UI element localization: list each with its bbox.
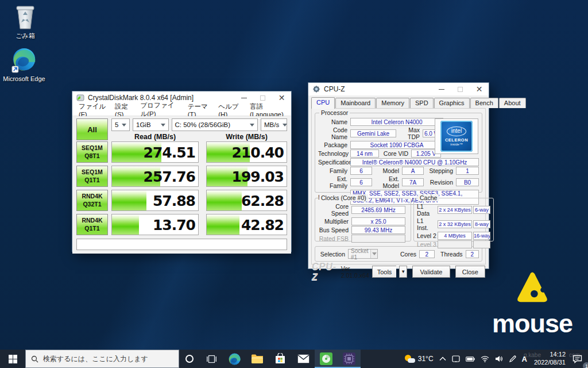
cpuz-tab-bench[interactable]: Bench	[470, 98, 498, 108]
tray-network-button[interactable]	[478, 350, 492, 368]
system-tray: 31°C	[402, 350, 588, 368]
notification-icon	[572, 355, 582, 363]
cpuz-tab-cpu[interactable]: CPU	[311, 97, 335, 109]
tools-button[interactable]: Tools	[372, 266, 396, 278]
cpuz-tab-memory[interactable]: Memory	[376, 98, 409, 108]
cpuz-app-icon	[312, 85, 320, 93]
selection-row: Selection Socket #1 Cores 2 Threads 2	[315, 246, 482, 262]
taskbar-search-input[interactable]: 検索するには、ここに入力します	[25, 350, 179, 368]
l1-inst-way-field: 8-way	[473, 220, 490, 228]
desktop: ごみ箱 Microsoft Edge mouse	[0, 0, 588, 368]
code-name-field: Gemini Lake	[350, 129, 396, 137]
tray-display-button[interactable]	[449, 350, 463, 368]
search-placeholder: 検索するには、ここに入力します	[43, 354, 148, 364]
tray-overflow-button[interactable]	[436, 350, 449, 368]
cdm-write-result: 62.28	[206, 190, 287, 211]
ime-indicator[interactable]: A	[519, 350, 530, 368]
intel-celeron-logo: intel CELERON inside™	[435, 118, 478, 154]
cdm-menubar: ファイル(F) 設定(S) プロファイル(P) テーマ(T) ヘルプ(H) 言語…	[72, 104, 291, 116]
tools-dropdown-button[interactable]: ▼	[399, 266, 407, 278]
crystaldiskmark-window: CrystalDiskMark 8.0.4 x64 [Admin] ✕ ファイル…	[72, 91, 292, 252]
task-view-button[interactable]	[200, 350, 223, 368]
cpuz-brand-logo: CPU-Z	[312, 262, 337, 282]
edge-icon	[228, 352, 241, 366]
cdm-test-size-select[interactable]: 1GiB	[133, 118, 169, 131]
cdm-drive-select[interactable]: C: 50% (28/56GiB)	[172, 118, 258, 131]
cdm-test-count-select[interactable]: 5	[111, 118, 130, 131]
cdm-read-result: 257.76	[111, 166, 199, 187]
cdm-test-button[interactable]: RND4KQ32T1	[76, 190, 108, 211]
tray-battery-button[interactable]	[463, 350, 478, 368]
family-field: 6	[350, 167, 372, 175]
clock-time: 14:12	[550, 351, 566, 359]
cdm-test-button[interactable]: SEQ1MQ8T1	[76, 141, 108, 163]
cpuz-tab-graphics[interactable]: Graphics	[434, 98, 470, 108]
cdm-write-result: 210.40	[206, 141, 287, 163]
start-button[interactable]	[0, 350, 25, 368]
ext-model-field: 7A	[402, 178, 424, 186]
result-bar	[112, 190, 146, 210]
desktop-icon-edge[interactable]: Microsoft Edge	[0, 47, 48, 82]
edge-label: Microsoft Edge	[3, 75, 45, 82]
cdm-test-button[interactable]: SEQ1MQ1T1	[76, 166, 108, 187]
close-button[interactable]: Close	[455, 266, 485, 278]
cpuz-close-button[interactable]: ✕	[470, 83, 489, 95]
cpuz-window-title: CPU-Z	[324, 85, 432, 93]
taskbar-explorer-button[interactable]	[246, 350, 269, 368]
cpuz-tab-about[interactable]: About	[499, 98, 526, 108]
taskbar-store-button[interactable]	[269, 350, 292, 368]
desktop-icon-recycle-bin[interactable]: ごみ箱	[1, 3, 49, 40]
taskbar-crystaldiskmark-button[interactable]	[315, 350, 338, 368]
weather-widget[interactable]: 31°C	[402, 350, 436, 368]
cdm-write-result: 42.82	[206, 214, 287, 235]
cpuz-titlebar[interactable]: CPU-Z ✕	[308, 83, 489, 95]
cpuz-maximize-button[interactable]	[451, 83, 470, 95]
cdm-write-result: 199.03	[206, 166, 287, 187]
package-field: Socket 1090 FCBGA	[350, 141, 443, 149]
cortana-button[interactable]	[179, 350, 200, 368]
cpuz-tab-spd[interactable]: SPD	[410, 98, 434, 108]
l1-data-way-field: 6-way	[473, 206, 490, 214]
wallpaper-brand: mouse	[483, 270, 581, 336]
l1-inst-field: 2 x 32 KBytes	[438, 220, 472, 228]
chevron-down-icon	[161, 124, 165, 126]
chevron-down-icon	[250, 124, 254, 126]
cdm-row-seq1m-q1t1: SEQ1MQ1T1 257.76 199.03	[76, 166, 287, 187]
action-center-button[interactable]: 1	[570, 350, 588, 368]
processor-groupbox: Processor intel CELERON inside™ Name Int…	[315, 113, 482, 193]
taskbar-mail-button[interactable]	[292, 350, 315, 368]
clocks-groupbox: Clocks (Core #0) Core Speed 2485.69 MHz …	[315, 198, 411, 241]
cdm-unit-select[interactable]: MB/s	[261, 118, 287, 131]
l1-data-field: 2 x 24 KBytes	[438, 206, 472, 214]
result-bar	[112, 214, 139, 235]
cdm-test-button[interactable]: RND4KQ1T1	[76, 214, 108, 235]
threads-field: 2	[466, 250, 479, 258]
cdm-status-bar	[76, 239, 287, 250]
weather-icon	[405, 355, 415, 363]
file-explorer-icon	[251, 354, 264, 364]
cdm-read-result: 13.70	[111, 214, 199, 235]
revision-field: B0	[456, 178, 479, 186]
validate-button[interactable]: Validate	[412, 266, 450, 278]
notification-badge: 1	[583, 362, 588, 368]
taskbar-clock[interactable]: 14:12 2022/08/31	[530, 350, 570, 368]
chevron-down-icon	[370, 250, 377, 258]
technology-field: 14 nm	[350, 150, 379, 158]
cpuz-version: Ver. 2.01.0.x64	[341, 265, 369, 279]
cpuz-tab-mainboard[interactable]: Mainboard	[335, 98, 376, 108]
pen-icon	[509, 355, 516, 363]
tray-volume-button[interactable]	[492, 350, 506, 368]
level2-field: 4 MBytes	[438, 232, 472, 240]
core-speed-field: 2485.69 MHz	[351, 206, 405, 214]
cdm-all-button[interactable]: All	[76, 118, 108, 140]
display-icon	[452, 355, 460, 362]
brand-word: mouse	[483, 310, 581, 336]
tray-pen-button[interactable]	[506, 350, 519, 368]
cpuz-minimize-button[interactable]	[432, 83, 451, 95]
wifi-icon	[481, 356, 489, 362]
taskbar-edge-button[interactable]	[223, 350, 246, 368]
taskbar: 検索するには、ここに入力します	[0, 350, 588, 368]
temperature: 31°C	[418, 355, 434, 363]
taskbar-cpuz-button[interactable]	[338, 350, 361, 368]
socket-selection-dropdown[interactable]: Socket #1	[348, 249, 378, 259]
